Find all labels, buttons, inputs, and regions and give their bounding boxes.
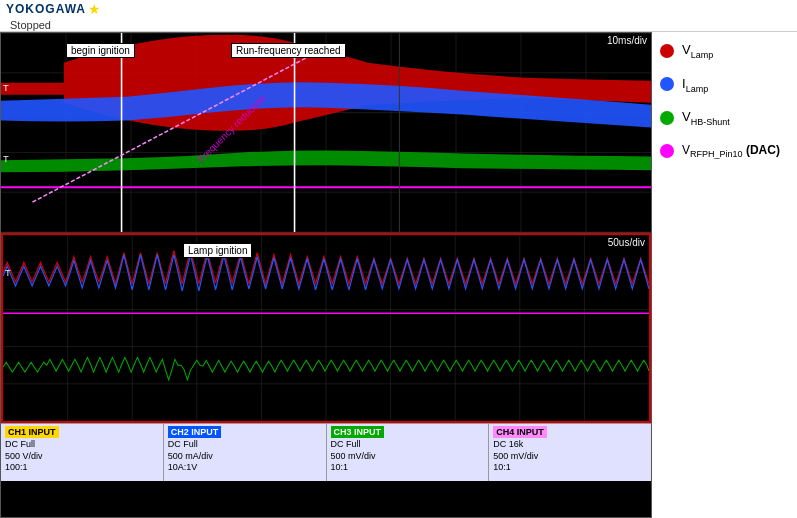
- header: YOKOGAWA ★ Stopped: [0, 0, 797, 32]
- channel-3-info: CH3 INPUT DC Full500 mV/div10:1: [327, 424, 490, 481]
- bottom-waveform-svg: T: [3, 235, 649, 421]
- ch1-details: DC Full500 V/div100:1: [5, 439, 159, 474]
- ch2-label: CH2 INPUT: [168, 426, 222, 438]
- begin-ignition-label: begin ignition: [66, 43, 135, 58]
- ch3-details: DC Full500 mV/div10:1: [331, 439, 485, 474]
- main-content: 10ms/div begin ignition Run-frequency re…: [0, 32, 797, 518]
- vrfph-text: VRFPH_Pin10 (DAC): [682, 143, 780, 159]
- ch1-label: CH1 INPUT: [5, 426, 59, 438]
- device-status: Stopped: [10, 19, 101, 31]
- ch4-details: DC 16k500 mV/div10:1: [493, 439, 647, 474]
- channel-2-info: CH2 INPUT DC Full500 mA/div10A:1V: [164, 424, 327, 481]
- lamp-ignition-label: Lamp ignition: [183, 243, 252, 258]
- i-lamp-dot: [660, 77, 674, 91]
- brand-star: ★: [88, 1, 101, 17]
- oscilloscope-display: 10ms/div begin ignition Run-frequency re…: [0, 32, 652, 518]
- channel-1-info: CH1 INPUT DC Full500 V/div100:1: [1, 424, 164, 481]
- v-lamp-text: VLamp: [682, 42, 713, 60]
- legend-vhb-shunt: VHB-Shunt: [660, 109, 789, 127]
- i-lamp-text: ILamp: [682, 76, 708, 94]
- legend-v-lamp: VLamp: [660, 42, 789, 60]
- top-panel: 10ms/div begin ignition Run-frequency re…: [1, 33, 651, 233]
- svg-text:T: T: [3, 155, 9, 165]
- vrfph-dot: [660, 144, 674, 158]
- vhb-shunt-dot: [660, 111, 674, 125]
- bottom-panel: 50us/div Lamp ignition: [1, 233, 651, 423]
- svg-text:T: T: [5, 268, 11, 278]
- legend-i-lamp: ILamp: [660, 76, 789, 94]
- v-lamp-dot: [660, 44, 674, 58]
- svg-text:T: T: [3, 83, 9, 93]
- ch3-label: CH3 INPUT: [331, 426, 385, 438]
- ch2-details: DC Full500 mA/div10A:1V: [168, 439, 322, 474]
- app: YOKOGAWA ★ Stopped 10ms/div begin igniti…: [0, 0, 797, 518]
- channel-4-info: CH4 INPUT DC 16k500 mV/div10:1: [489, 424, 651, 481]
- run-frequency-label: Run-frequency reached: [231, 43, 346, 58]
- channel-inputs-footer: CH1 INPUT DC Full500 V/div100:1 CH2 INPU…: [1, 423, 651, 481]
- legend-vrfph: VRFPH_Pin10 (DAC): [660, 143, 789, 159]
- ch4-label: CH4 INPUT: [493, 426, 547, 438]
- brand-name: YOKOGAWA: [6, 2, 86, 16]
- vhb-shunt-text: VHB-Shunt: [682, 109, 730, 127]
- top-waveform-svg: T T: [1, 33, 651, 232]
- signal-legend: VLamp ILamp VHB-Shunt VRFPH_Pin10 (DAC): [652, 32, 797, 518]
